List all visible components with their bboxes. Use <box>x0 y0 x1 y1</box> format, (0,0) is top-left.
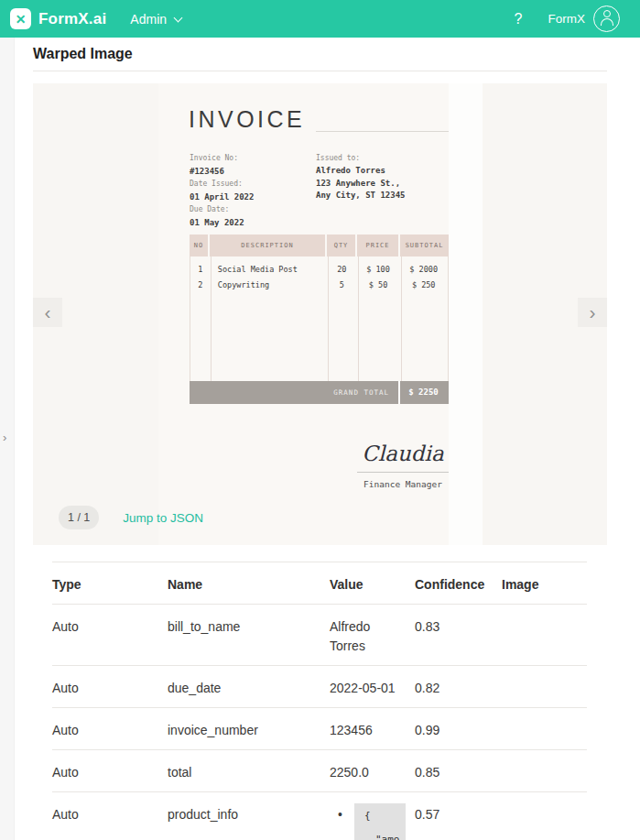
user-avatar[interactable] <box>593 5 620 32</box>
topbar-right-group: ? FormX <box>515 5 620 32</box>
cell-image <box>502 708 587 749</box>
item-subtotal: $ 250 <box>399 278 448 293</box>
chevron-left-icon: ‹ <box>45 301 51 322</box>
next-image-button[interactable]: › <box>578 298 607 327</box>
cell-name: bill_to_name <box>168 605 330 665</box>
json-line: { <box>364 808 406 824</box>
cell-value: Alfredo Torres <box>330 605 415 665</box>
jump-to-json-link[interactable]: Jump to JSON <box>123 511 203 525</box>
chevron-down-icon <box>174 13 183 22</box>
sidebar-expand-button[interactable]: › <box>3 431 6 444</box>
signature-name: Claudia <box>357 441 449 466</box>
header-type: Type <box>52 562 168 604</box>
cell-type: Auto <box>52 792 168 840</box>
results-header-row: Type Name Value Confidence Image <box>52 562 587 604</box>
items-grid-line <box>211 256 212 381</box>
date-issued-value: 01 April 2022 <box>190 191 254 203</box>
due-date-label: Due Date: <box>190 203 254 216</box>
extraction-results-table: Type Name Value Confidence Image Auto bi… <box>52 562 587 840</box>
item-price: $ 100 <box>357 262 400 278</box>
cell-image <box>502 605 587 665</box>
bullet-icon: • <box>338 808 342 821</box>
items-header-description: DESCRIPTION <box>210 235 327 256</box>
item-qty: 20 <box>327 262 357 278</box>
item-description: Copywriting <box>211 278 327 293</box>
cell-confidence: 0.85 <box>415 750 502 791</box>
team-dropdown-label: Admin <box>130 12 167 27</box>
item-no: 2 <box>190 278 211 293</box>
warped-image-viewer: INVOICE Invoice No: #123456 Date Issued:… <box>33 83 607 545</box>
cell-type: Auto <box>52 708 168 749</box>
invoice-title: INVOICE <box>189 106 305 133</box>
result-row-product-info: Auto product_info • { "amo 0.57 <box>52 791 587 840</box>
item-row: 2 Copywriting 5 $ 50 $ 250 <box>190 278 448 293</box>
items-header-qty: QTY <box>327 235 357 256</box>
items-grid-line <box>358 256 359 381</box>
issued-to-street: 123 Anywhere St., <box>316 178 406 191</box>
logo-x-glyph: ✕ <box>16 12 27 27</box>
cell-name: product_info <box>168 792 330 840</box>
invoice-no-label: Invoice No: <box>190 152 254 165</box>
result-row-due-date: Auto due_date 2022-05-01 0.82 <box>52 665 587 707</box>
header-name: Name <box>168 562 330 604</box>
item-price: $ 50 <box>357 278 400 293</box>
items-header-no: NO <box>190 235 210 256</box>
items-header-price: PRICE <box>357 235 400 256</box>
cell-name: total <box>168 750 330 791</box>
cell-value: 2250.0 <box>330 750 415 791</box>
viewer-pager: 1 / 1 Jump to JSON <box>59 506 203 529</box>
grand-total-label: GRAND TOTAL <box>190 381 400 404</box>
cell-type: Auto <box>52 605 168 665</box>
item-subtotal: $ 2000 <box>399 262 448 278</box>
page-title: Warped Image <box>33 38 607 62</box>
invoice-no-value: #123456 <box>190 165 254 178</box>
invoice-title-rule <box>316 131 449 132</box>
brand-title: FormX.ai <box>38 10 106 28</box>
cell-image <box>502 792 587 840</box>
invoice-meta-left: Invoice No: #123456 Date Issued: 01 Apri… <box>190 152 254 229</box>
cell-image <box>502 750 587 791</box>
header-value: Value <box>330 562 415 604</box>
result-row-bill-to-name: Auto bill_to_name Alfredo Torres 0.83 <box>52 604 587 665</box>
main-content: Warped Image INVOICE Invoice No: #123456… <box>15 38 640 840</box>
items-header-row: NO DESCRIPTION QTY PRICE SUBTOTAL <box>190 235 449 256</box>
cell-value-json: • { "amo <box>330 792 415 840</box>
cell-confidence: 0.82 <box>415 666 502 707</box>
result-row-invoice-number: Auto invoice_number 123456 0.99 <box>52 707 587 749</box>
cell-confidence: 0.83 <box>415 605 502 665</box>
cell-confidence: 0.57 <box>415 792 502 840</box>
header-image: Image <box>502 562 587 604</box>
item-no: 1 <box>190 262 211 278</box>
invoice-items-table: NO DESCRIPTION QTY PRICE SUBTOTAL 1 Soci… <box>190 235 449 404</box>
chevron-right-icon: › <box>590 301 596 322</box>
cell-name: due_date <box>168 666 330 707</box>
cell-image <box>502 666 587 707</box>
top-navigation-bar: ✕ FormX.ai Admin ? FormX <box>0 0 640 38</box>
page-indicator: 1 / 1 <box>59 506 99 529</box>
cell-value: 123456 <box>330 708 415 749</box>
date-issued-label: Date Issued: <box>190 178 254 191</box>
grand-total-value: $ 2250 <box>400 381 447 404</box>
cell-type: Auto <box>52 666 168 707</box>
avatar-person-icon <box>603 10 611 17</box>
json-line: "amo <box>364 832 406 840</box>
signature-rule <box>357 472 449 473</box>
signature-role: Finance Manager <box>357 479 449 489</box>
team-dropdown[interactable]: Admin <box>130 12 181 27</box>
json-value-preview[interactable]: { "amo <box>354 803 406 840</box>
cell-name: invoice_number <box>168 708 330 749</box>
user-name[interactable]: FormX <box>548 12 586 26</box>
grand-total-row: GRAND TOTAL $ 2250 <box>190 381 449 404</box>
collapsed-sidebar: › <box>0 38 15 840</box>
item-qty: 5 <box>327 278 357 293</box>
items-body: 1 Social Media Post 20 $ 100 $ 2000 2 Co… <box>190 256 449 381</box>
item-description: Social Media Post <box>211 262 327 278</box>
cell-confidence: 0.99 <box>415 708 502 749</box>
title-divider <box>33 71 607 71</box>
issued-to-label: Issued to: <box>316 152 406 165</box>
formx-logo-icon: ✕ <box>10 8 31 29</box>
items-grid-line <box>401 256 402 381</box>
previous-image-button[interactable]: ‹ <box>33 298 62 327</box>
header-confidence: Confidence <box>415 562 502 604</box>
help-button[interactable]: ? <box>515 11 523 27</box>
